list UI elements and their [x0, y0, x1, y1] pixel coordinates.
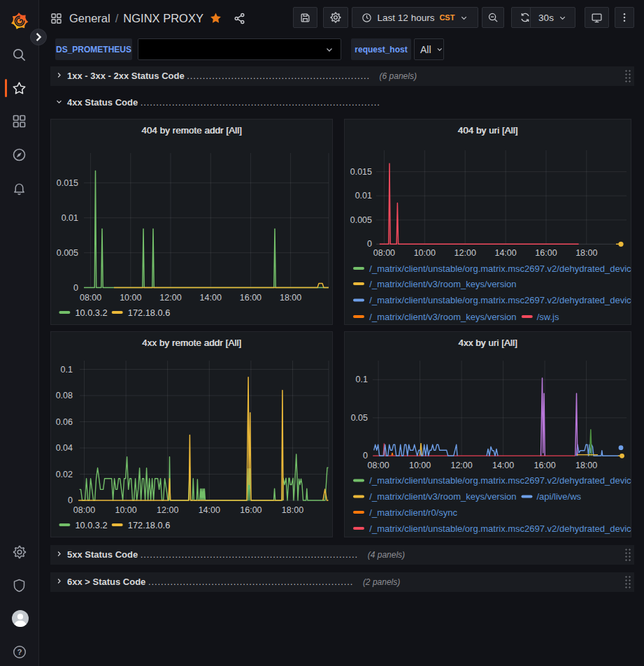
svg-text:14:00: 14:00 — [492, 461, 514, 470]
svg-text:0: 0 — [363, 451, 368, 461]
svg-text:10:00: 10:00 — [414, 248, 436, 258]
svg-text:0.05: 0.05 — [351, 413, 368, 423]
svg-text:12:00: 12:00 — [450, 461, 472, 470]
svg-text:14:00: 14:00 — [494, 248, 516, 258]
svg-text:0.005: 0.005 — [350, 215, 372, 225]
svg-text:08:00: 08:00 — [373, 248, 395, 258]
svg-text:0.01: 0.01 — [355, 191, 372, 201]
svg-text:0.015: 0.015 — [57, 178, 78, 188]
svg-text:0.015: 0.015 — [350, 167, 372, 177]
svg-text:16:00: 16:00 — [535, 248, 557, 258]
svg-text:12:00: 12:00 — [159, 293, 181, 303]
svg-text:18:00: 18:00 — [282, 505, 303, 515]
svg-text:0: 0 — [68, 495, 73, 505]
svg-text:16:00: 16:00 — [240, 505, 262, 515]
svg-text:10:00: 10:00 — [409, 461, 431, 470]
svg-text:/_matrix/client/unstable/org.m: /_matrix/client/unstable/org.matrix.msc2… — [369, 475, 631, 486]
svg-text:/_matrix/client/unstable/org.m: /_matrix/client/unstable/org.matrix.msc2… — [369, 263, 631, 274]
svg-text:18:00: 18:00 — [575, 248, 597, 258]
svg-text:12:00: 12:00 — [455, 248, 476, 258]
svg-text:/_matrix/client/unstable/org.m: /_matrix/client/unstable/org.matrix.msc2… — [369, 523, 631, 534]
svg-text:14:00: 14:00 — [200, 293, 222, 303]
svg-text:/_matrix/client/unstable/org.m: /_matrix/client/unstable/org.matrix.msc2… — [369, 295, 631, 305]
svg-text:/_matrix/client/v3/room_keys/v: /_matrix/client/v3/room_keys/version — [369, 279, 516, 289]
svg-text:/api/live/ws: /api/live/ws — [537, 491, 582, 502]
svg-text:?: ? — [17, 648, 22, 656]
svg-text:0.04: 0.04 — [56, 443, 73, 453]
svg-text:08:00: 08:00 — [367, 461, 389, 470]
svg-text:08:00: 08:00 — [80, 293, 101, 303]
svg-text:10.0.3.2: 10.0.3.2 — [75, 520, 107, 530]
svg-text:/_matrix/client/r0/sync: /_matrix/client/r0/sync — [369, 507, 457, 518]
svg-text:10.0.3.2: 10.0.3.2 — [75, 307, 107, 318]
svg-text:0.005: 0.005 — [57, 248, 78, 258]
svg-text:14:00: 14:00 — [199, 505, 220, 515]
svg-text:12:00: 12:00 — [157, 505, 178, 515]
svg-text:0.1: 0.1 — [61, 365, 73, 375]
svg-text:16:00: 16:00 — [534, 461, 555, 470]
svg-text:0.01: 0.01 — [62, 213, 78, 223]
svg-text:08:00: 08:00 — [73, 505, 95, 515]
svg-text:0.1: 0.1 — [356, 375, 368, 384]
svg-text:172.18.0.6: 172.18.0.6 — [128, 307, 171, 318]
svg-text:16:00: 16:00 — [240, 293, 262, 303]
svg-text:/_matrix/client/v3/room_keys/v: /_matrix/client/v3/room_keys/version — [369, 312, 516, 322]
svg-text:0: 0 — [73, 283, 78, 293]
svg-text:18:00: 18:00 — [280, 293, 301, 303]
svg-text:10:00: 10:00 — [115, 505, 136, 515]
svg-text:18:00: 18:00 — [575, 461, 597, 470]
svg-text:0.02: 0.02 — [56, 470, 73, 479]
svg-text:/sw.js: /sw.js — [537, 312, 559, 322]
svg-text:0.06: 0.06 — [56, 417, 73, 427]
svg-text:172.18.0.6: 172.18.0.6 — [128, 520, 171, 530]
svg-text:/_matrix/client/v3/room_keys/v: /_matrix/client/v3/room_keys/version — [369, 491, 516, 502]
svg-text:10:00: 10:00 — [120, 293, 141, 303]
svg-text:0: 0 — [367, 239, 372, 249]
svg-text:0.08: 0.08 — [56, 391, 73, 400]
